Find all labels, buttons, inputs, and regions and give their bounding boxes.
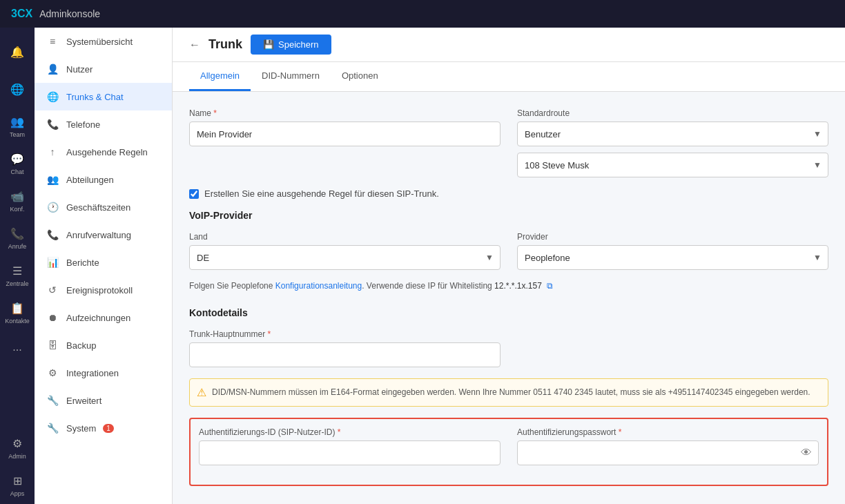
sidebar-item-backup-label: Backup — [66, 340, 96, 351]
sidebar-icon-more[interactable]: ··· — [0, 331, 35, 369]
sidebar-item-berichte-label: Berichte — [66, 258, 99, 268]
sidebar-item-telefone-label: Telefone — [66, 119, 100, 130]
sidebar-item-anrufverwaltung[interactable]: 📞 Anrufverwaltung — [35, 221, 172, 249]
sidebar-icon-notifications[interactable]: 🔔 — [0, 33, 35, 70]
sidebar-icon-team[interactable]: 👥 Team — [0, 108, 35, 145]
sidebar-item-systemuebersicht[interactable]: ≡ Systemübersicht — [35, 28, 172, 55]
tab-optionen[interactable]: Optionen — [331, 62, 389, 91]
back-button[interactable]: ← — [189, 39, 200, 51]
sidebar-icon-anrufe[interactable]: 📞 Anrufe — [0, 220, 35, 257]
sidebar-item-ereignisprotokoll[interactable]: ↺ Ereignisprotokoll — [35, 276, 172, 304]
sidebar-item-telefone[interactable]: 📞 Telefone — [35, 110, 172, 138]
sidebar-icon-admin-label: Admin — [8, 453, 26, 460]
standardroute-select[interactable]: Benutzer — [517, 122, 828, 146]
sidebar-icon-apps[interactable]: ⊞ Apps — [0, 467, 35, 504]
trunk-hauptnummer-input[interactable] — [189, 342, 501, 367]
sidebar-icon-trunks[interactable]: 🌐 — [0, 70, 35, 108]
outbound-rule-label: Erstellen Sie eine ausgehende Regel für … — [204, 188, 439, 199]
provider-label: Provider — [517, 232, 828, 242]
provider-select[interactable]: Peoplefone — [517, 245, 828, 270]
sidebar-icon-konf[interactable]: 📹 Konf. — [0, 182, 35, 220]
peoplefone-info: Folgen Sie Peoplefone Konfigurationsanle… — [189, 281, 828, 291]
auth-id-group: Authentifizierungs-ID (SIP-Nutzer-ID) * — [199, 427, 501, 465]
auth-password-required: * — [619, 427, 622, 437]
sidebar-item-erweitert-label: Erweitert — [66, 396, 101, 406]
name-standardroute-row: Name * Standardroute Benutzer ▼ — [189, 108, 828, 177]
sidebar-item-trunks-chat-label: Trunks & Chat — [66, 92, 124, 102]
sidebar-icon-team-label: Team — [10, 131, 25, 138]
voip-section: VoIP-Provider Land DE ▼ Provider — [189, 210, 828, 291]
sidebar-item-backup[interactable]: 🗄 Backup — [35, 331, 172, 359]
trunk-hauptnummer-row: Trunk-Hauptnummer * — [189, 329, 828, 367]
sidebar-item-system[interactable]: 🔧 System 1 — [35, 414, 172, 442]
integration-icon: ⚙ — [46, 366, 59, 380]
video-icon: 📹 — [10, 190, 24, 204]
chart-icon: 📊 — [46, 255, 59, 269]
phone-manage-icon: 📞 — [46, 228, 59, 242]
standardroute-select2[interactable]: 108 Steve Musk — [517, 153, 828, 177]
land-select[interactable]: DE — [189, 245, 501, 270]
auth-password-label: Authentifizierungspasswort * — [517, 427, 819, 437]
save-icon: 💾 — [263, 39, 274, 50]
auth-id-input[interactable] — [199, 440, 501, 465]
sidebar-item-berichte[interactable]: 📊 Berichte — [35, 249, 172, 276]
name-group: Name * — [189, 108, 501, 177]
save-button[interactable]: 💾 Speichern — [251, 35, 331, 55]
sidebar-item-aufzeichnungen[interactable]: ⏺ Aufzeichnungen — [35, 304, 172, 331]
bell-icon: 🔔 — [10, 45, 24, 59]
app-title: Adminkonsole — [39, 8, 100, 19]
sidebar-item-nutzer[interactable]: 👤 Nutzer — [35, 55, 172, 83]
auth-highlight-box: Authentifizierungs-ID (SIP-Nutzer-ID) * … — [189, 418, 828, 486]
save-label: Speichern — [278, 39, 319, 50]
upload-icon: ↑ — [46, 145, 59, 159]
sidebar-item-trunks-chat[interactable]: 🌐 Trunks & Chat — [35, 83, 172, 110]
sidebar-icon-anrufe-label: Anrufe — [8, 243, 27, 250]
spacer-group — [517, 329, 828, 367]
tab-did-nummern[interactable]: DID-Nummern — [251, 62, 331, 91]
sidebar-item-anrufverwaltung-label: Anrufverwaltung — [66, 230, 131, 240]
name-required: * — [213, 108, 217, 118]
name-label: Name * — [189, 108, 501, 118]
sidebar-item-integrationen[interactable]: ⚙ Integrationen — [35, 359, 172, 387]
standardroute-group: Standardroute Benutzer ▼ 108 Steve Musk … — [517, 108, 828, 177]
sidebar-item-abteilungen[interactable]: 👥 Abteilungen — [35, 166, 172, 193]
outbound-rule-checkbox[interactable] — [189, 189, 199, 199]
auth-password-group: Authentifizierungspasswort * 👁 — [517, 427, 819, 465]
page-title: Trunk — [208, 37, 242, 52]
provider-group: Provider Peoplefone ▼ — [517, 232, 828, 270]
eye-icon[interactable]: 👁 — [801, 447, 812, 459]
copy-icon[interactable]: ⧉ — [547, 281, 553, 291]
content-area: ← Trunk 💾 Speichern Allgemein DID-Nummer… — [173, 28, 845, 504]
sidebar-item-erweitert[interactable]: 🔧 Erweitert — [35, 387, 172, 414]
user-icon: 👤 — [46, 62, 59, 76]
sidebar-icon-kontakte-label: Kontakte — [5, 318, 30, 324]
name-input[interactable] — [189, 122, 501, 146]
sidebar-item-systemuebersicht-label: Systemübersicht — [66, 37, 133, 47]
kontodetails-title: Kontodetails — [189, 307, 828, 318]
standardroute-select2-wrapper: 108 Steve Musk ▼ — [517, 153, 828, 177]
clock-icon: 🕐 — [46, 200, 59, 214]
wrench-icon: 🔧 — [46, 394, 59, 407]
sidebar-item-ausgehende-regeln[interactable]: ↑ Ausgehende Regeln — [35, 138, 172, 166]
main-layout: 🔔 🌐 👥 Team 💬 Chat 📹 Konf. 📞 Anrufe ☰ Zen… — [0, 28, 845, 504]
sidebar-item-geschaeftszeiten[interactable]: 🕐 Geschäftszeiten — [35, 193, 172, 221]
sidebar-item-ereignisprotokoll-label: Ereignisprotokoll — [66, 285, 133, 295]
auth-password-input[interactable] — [517, 440, 819, 465]
sidebar-icon-chat-label: Chat — [10, 168, 23, 175]
sidebar-icon-chat[interactable]: 💬 Chat — [0, 145, 35, 182]
abteilungen-icon: 👥 — [46, 173, 59, 186]
system-icon: 🔧 — [46, 421, 59, 435]
sidebar-icon-admin[interactable]: ⚙ Admin — [0, 429, 35, 467]
trunk-hauptnummer-label: Trunk-Hauptnummer * — [189, 329, 501, 339]
sidebar-nav: ≡ Systemübersicht 👤 Nutzer 🌐 Trunks & Ch… — [35, 28, 173, 504]
standardroute-select-wrapper: Benutzer ▼ — [517, 122, 828, 146]
sidebar-icon-zentrale[interactable]: ☰ Zentrale — [0, 257, 35, 294]
sidebar-item-integrationen-label: Integrationen — [66, 368, 119, 378]
sidebar-icon-kontakte[interactable]: 📋 Kontakte — [0, 294, 35, 331]
sidebar-item-system-label: System — [66, 423, 96, 434]
land-provider-row: Land DE ▼ Provider Peoplefone — [189, 232, 828, 270]
tab-allgemein[interactable]: Allgemein — [189, 62, 251, 91]
sidebar-item-geschaeftszeiten-label: Geschäftszeiten — [66, 202, 130, 213]
config-link[interactable]: Konfigurationsanleitung — [275, 281, 362, 291]
warning-text: DID/MSN-Nummern müssen im E164-Format ei… — [212, 386, 810, 398]
